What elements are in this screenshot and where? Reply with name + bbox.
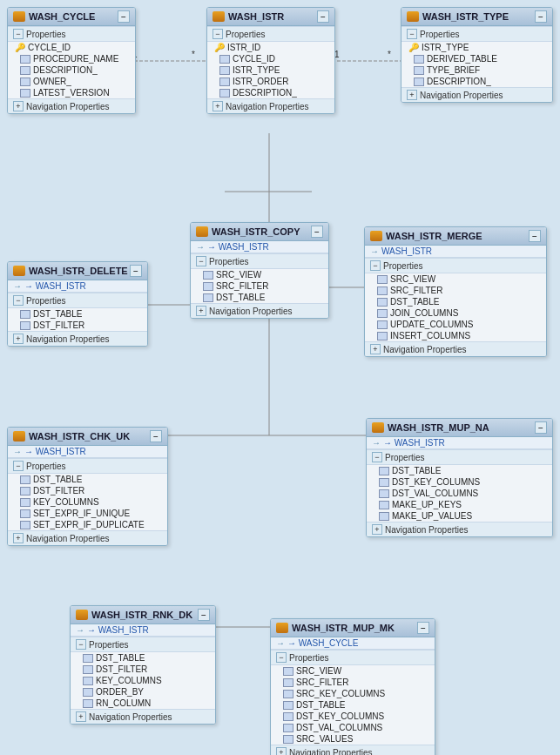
expand-button[interactable]: − xyxy=(118,10,130,23)
field-name: DST_TABLE xyxy=(390,297,440,307)
field-name: JOIN_COLUMNS xyxy=(390,308,458,318)
field-name: SRC_VALUES xyxy=(296,734,353,744)
properties-section[interactable]: − Properties xyxy=(401,26,552,42)
expand-icon[interactable]: + xyxy=(372,524,382,535)
field-name: SRC_FILTER xyxy=(390,286,442,295)
field-istr-type: ISTR_TYPE xyxy=(207,64,334,76)
entity-wash-istr-copy: WASH_ISTR_COPY − → → WASH_ISTR − Propert… xyxy=(190,222,329,319)
field-name: DERIVED_TABLE xyxy=(427,54,497,64)
collapse-icon[interactable]: − xyxy=(76,639,86,650)
nav-properties-section[interactable]: + Navigation Properties xyxy=(207,98,334,113)
expand-button[interactable]: − xyxy=(417,622,429,634)
field-dst-table: DST_TABLE xyxy=(71,652,215,664)
expand-button[interactable]: − xyxy=(311,226,323,238)
field-src-filter: SRC_FILTER xyxy=(365,285,546,296)
field-icon xyxy=(283,735,293,744)
properties-section[interactable]: − Properties xyxy=(365,258,546,273)
field-description: DESCRIPTION_ xyxy=(401,76,552,87)
properties-section[interactable]: − Properties xyxy=(8,293,147,308)
field-name: TYPE_BRIEF xyxy=(427,65,480,75)
field-name: DST_VAL_COLUMNS xyxy=(296,723,382,732)
db-icon xyxy=(13,431,25,442)
entity-header-wash-istr-merge: WASH_ISTR_MERGE − xyxy=(365,227,546,246)
properties-section[interactable]: − Properties xyxy=(8,458,167,474)
nav-properties-section[interactable]: + Navigation Properties xyxy=(8,98,135,113)
field-icon xyxy=(203,282,213,291)
expand-icon[interactable]: + xyxy=(370,344,381,354)
expand-icon[interactable]: + xyxy=(276,747,287,755)
expand-button[interactable]: − xyxy=(150,430,162,442)
field-icon xyxy=(377,286,388,295)
field-key-columns: KEY_COLUMNS xyxy=(8,496,167,508)
field-icon xyxy=(20,498,30,507)
field-derived-table: DERIVED_TABLE xyxy=(401,53,552,64)
field-icon xyxy=(203,271,213,280)
properties-section[interactable]: − Properties xyxy=(271,650,435,665)
field-icon xyxy=(414,66,424,75)
field-icon xyxy=(377,309,388,318)
nav-properties-section[interactable]: + Navigation Properties xyxy=(8,530,167,545)
entity-subtitle: → WASH_ISTR xyxy=(365,246,546,258)
entity-header-wash-istr-chk-uk: WASH_ISTR_CHK_UK − xyxy=(8,428,167,446)
field-name: KEY_COLUMNS xyxy=(96,676,162,685)
properties-section[interactable]: − Properties xyxy=(71,637,215,652)
field-icon xyxy=(20,509,30,518)
properties-section[interactable]: − Properties xyxy=(8,26,135,42)
field-icon xyxy=(20,78,30,86)
expand-icon[interactable]: + xyxy=(213,101,223,111)
db-icon xyxy=(372,422,384,433)
collapse-icon[interactable]: − xyxy=(196,256,206,266)
expand-icon[interactable]: + xyxy=(13,334,24,344)
properties-label: Properties xyxy=(420,30,460,39)
subtitle-text: → WASH_ISTR xyxy=(24,281,86,291)
properties-section[interactable]: − Properties xyxy=(207,26,334,42)
nav-properties-section[interactable]: + Navigation Properties xyxy=(401,87,552,102)
collapse-icon[interactable]: − xyxy=(276,652,287,663)
field-icon xyxy=(283,678,293,687)
expand-button[interactable]: − xyxy=(317,10,329,23)
entity-title: WASH_ISTR_RNK_DK xyxy=(91,610,192,620)
field-istr-order: ISTR_ORDER xyxy=(207,76,334,87)
properties-section[interactable]: − Properties xyxy=(191,253,328,269)
nav-properties-section[interactable]: + Navigation Properties xyxy=(367,522,552,536)
key-icon: 🔑 xyxy=(214,43,225,52)
collapse-icon[interactable]: − xyxy=(13,29,24,39)
field-icon xyxy=(83,699,93,708)
nav-label: Navigation Properties xyxy=(226,102,309,111)
nav-properties-section[interactable]: + Navigation Properties xyxy=(8,331,147,346)
collapse-icon[interactable]: − xyxy=(213,29,223,39)
field-rn-column: RN_COLUMN xyxy=(71,698,215,709)
nav-properties-section[interactable]: + Navigation Properties xyxy=(365,341,546,356)
entity-subtitle: → → WASH_ISTR xyxy=(8,280,147,293)
field-src-key-columns: SRC_KEY_COLUMNS xyxy=(271,688,435,699)
nav-label: Navigation Properties xyxy=(289,748,373,756)
expand-icon[interactable]: + xyxy=(13,101,24,111)
collapse-icon[interactable]: − xyxy=(372,452,382,462)
nav-properties-section[interactable]: + Navigation Properties xyxy=(271,745,435,755)
field-name: DST_KEY_COLUMNS xyxy=(392,477,480,487)
arrow-icon: → xyxy=(196,242,205,252)
field-description: DESCRIPTION_ xyxy=(8,64,135,76)
collapse-icon[interactable]: − xyxy=(13,461,24,471)
arrow-icon: → xyxy=(370,246,379,256)
expand-icon[interactable]: + xyxy=(76,711,86,722)
nav-properties-section[interactable]: + Navigation Properties xyxy=(71,709,215,724)
field-icon xyxy=(283,724,293,732)
expand-button[interactable]: − xyxy=(198,609,210,621)
nav-properties-section[interactable]: + Navigation Properties xyxy=(191,303,328,318)
expand-button[interactable]: − xyxy=(529,230,541,242)
collapse-icon[interactable]: − xyxy=(13,295,24,306)
field-join-columns: JOIN_COLUMNS xyxy=(365,307,546,319)
expand-button[interactable]: − xyxy=(535,10,547,23)
field-name: DST_FILTER xyxy=(33,320,84,330)
properties-section[interactable]: − Properties xyxy=(367,449,552,465)
expand-button[interactable]: − xyxy=(535,421,547,434)
expand-icon[interactable]: + xyxy=(407,90,417,100)
field-name: RN_COLUMN xyxy=(96,698,151,708)
expand-icon[interactable]: + xyxy=(196,306,206,316)
field-cycle-id: 🔑 CYCLE_ID xyxy=(8,42,135,53)
expand-button[interactable]: − xyxy=(130,265,142,277)
collapse-icon[interactable]: − xyxy=(370,260,381,271)
expand-icon[interactable]: + xyxy=(13,533,24,543)
collapse-icon[interactable]: − xyxy=(407,29,417,39)
